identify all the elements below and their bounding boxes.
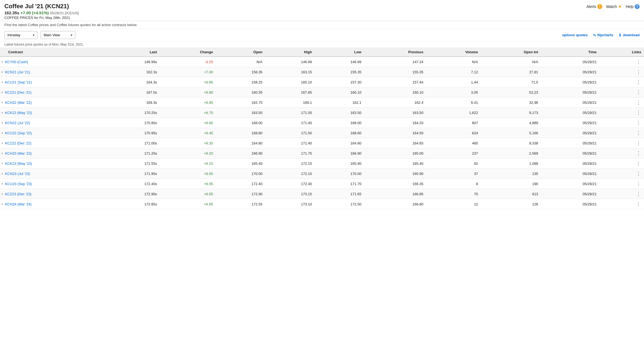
download-link[interactable]: ⇓ download [618, 33, 640, 38]
expand-button[interactable]: + [1, 171, 5, 176]
contract-link[interactable]: KCN22 (Jul '22) [5, 121, 30, 125]
links-menu-icon[interactable]: ⋮ [636, 130, 641, 136]
links-menu-icon[interactable]: ⋮ [636, 191, 641, 197]
col-contract: Contract [0, 48, 105, 57]
links-cell[interactable]: ⋮ [599, 179, 644, 189]
previous-value: 164.20 [364, 118, 426, 128]
links-cell[interactable]: ⋮ [599, 128, 644, 138]
contract-cell: + KCN21 (Jul '21) [0, 67, 105, 77]
expand-button[interactable]: + [1, 110, 5, 115]
expand-button[interactable]: + [1, 70, 5, 74]
links-menu-icon[interactable]: ⋮ [636, 181, 641, 186]
links-menu-icon[interactable]: ⋮ [636, 69, 641, 75]
expand-button[interactable]: + [1, 182, 5, 186]
open-int-value: 4,889 [481, 118, 541, 128]
links-menu-icon[interactable]: ⋮ [636, 59, 641, 65]
view-select[interactable]: Main View Technical View Performance [41, 31, 75, 39]
expand-button[interactable]: + [1, 60, 5, 64]
expand-button[interactable]: + [1, 141, 5, 145]
contract-link[interactable]: KCZ22 (Dec '22) [5, 141, 31, 145]
table-row: + KCN21 (Jul '21) 162.3s +7.00 156.35 16… [0, 67, 644, 77]
contract-link[interactable]: KCU21 (Sep '21) [5, 80, 32, 84]
links-cell[interactable]: ⋮ [599, 199, 644, 209]
expand-button[interactable]: + [1, 192, 5, 196]
open-value: 170.00 [216, 169, 265, 179]
contract-cell: + KCH23 (Mar '23) [0, 148, 105, 158]
time-value: 05/28/21 [541, 199, 599, 209]
links-cell[interactable]: ⋮ [599, 158, 644, 169]
contract-link[interactable]: KCK22 (May '22) [5, 111, 32, 115]
expand-button[interactable]: + [1, 131, 5, 135]
links-menu-icon[interactable]: ⋮ [636, 100, 641, 105]
last-value: 172.85s [105, 199, 160, 209]
interval-select[interactable]: Intraday Daily Weekly Monthly [4, 31, 37, 39]
expand-button[interactable]: + [1, 90, 5, 94]
expand-button[interactable]: + [1, 202, 5, 206]
contract-link[interactable]: KCH22 (Mar '22) [5, 101, 32, 105]
links-cell[interactable]: ⋮ [599, 138, 644, 148]
contract-cell: + KCZ21 (Dec '21) [0, 87, 105, 97]
last-value: 172.40s [105, 179, 160, 189]
links-menu-icon[interactable]: ⋮ [636, 140, 641, 146]
high-value: 172.10 [265, 169, 315, 179]
links-cell[interactable]: ⋮ [599, 77, 644, 87]
links-cell[interactable]: ⋮ [599, 57, 644, 67]
change-value: +6.20 [160, 148, 216, 158]
links-cell[interactable]: ⋮ [599, 118, 644, 128]
current-price: 162.35s [4, 10, 19, 15]
contract-link[interactable]: KCU22 (Sep '22) [5, 131, 32, 135]
expand-button[interactable]: + [1, 121, 5, 125]
contract-link[interactable]: KCY00 (Cash) [5, 60, 28, 64]
help-button[interactable]: Help ? [626, 4, 640, 9]
previous-value: 157.44 [364, 77, 426, 87]
links-menu-icon[interactable]: ⋮ [636, 201, 641, 207]
expand-button[interactable]: + [1, 100, 5, 105]
last-value: 169.3s [105, 97, 160, 108]
expand-button[interactable]: + [1, 161, 5, 166]
low-value: 171.65 [315, 189, 364, 199]
contract-link[interactable]: KCH23 (Mar '23) [5, 151, 32, 155]
contract-link[interactable]: KCU23 (Sep '23) [5, 182, 32, 186]
links-cell[interactable]: ⋮ [599, 148, 644, 158]
open-value: 165.40 [216, 158, 265, 169]
links-menu-icon[interactable]: ⋮ [636, 161, 641, 166]
help-label: Help [626, 4, 634, 9]
options-quotes-link[interactable]: options quotes [562, 33, 588, 37]
links-cell[interactable]: ⋮ [599, 87, 644, 97]
links-cell[interactable]: ⋮ [599, 169, 644, 179]
volume-value: 8 [426, 179, 481, 189]
contract-link[interactable]: KCN21 (Jul '21) [5, 70, 30, 74]
links-menu-icon[interactable]: ⋮ [636, 90, 641, 95]
volume-value: 70 [426, 189, 481, 199]
links-menu-icon[interactable]: ⋮ [636, 120, 641, 126]
change-value: +6.05 [160, 189, 216, 199]
volume-value: 12 [426, 199, 481, 209]
last-value: 162.3s [105, 67, 160, 77]
contract-link[interactable]: KCZ23 (Dec '23) [5, 192, 31, 196]
open-int-value: 1,088 [481, 158, 541, 169]
previous-value: 165.40 [364, 158, 426, 169]
links-cell[interactable]: ⋮ [599, 108, 644, 118]
links-menu-icon[interactable]: ⋮ [636, 151, 641, 156]
links-menu-icon[interactable]: ⋮ [636, 171, 641, 176]
alerts-button[interactable]: Alerts ! [586, 4, 602, 9]
contract-link[interactable]: KCZ21 (Dec '21) [5, 90, 31, 94]
watch-button[interactable]: Watch ★ [606, 4, 622, 9]
table-row: + KCH23 (Mar '23) 171.20s +6.20 166.90 1… [0, 148, 644, 158]
expand-button[interactable]: + [1, 151, 5, 155]
expand-button[interactable]: + [1, 80, 5, 84]
open-value: 156.35 [216, 67, 265, 77]
links-menu-icon[interactable]: ⋮ [636, 110, 641, 115]
contract-link[interactable]: KCH24 (Mar '24) [5, 202, 32, 206]
change-value: +6.90 [160, 97, 216, 108]
links-cell[interactable]: ⋮ [599, 189, 644, 199]
flipcharts-link[interactable]: ∿ flipcharts [593, 33, 614, 38]
contract-link[interactable]: KCK23 (May '23) [5, 161, 32, 166]
last-value: 171.55s [105, 158, 160, 169]
low-value: 166.90 [315, 148, 364, 158]
open-value: 168.00 [216, 118, 265, 128]
links-cell[interactable]: ⋮ [599, 67, 644, 77]
contract-link[interactable]: KCN23 (Jul '23) [5, 172, 30, 176]
links-cell[interactable]: ⋮ [599, 97, 644, 108]
links-menu-icon[interactable]: ⋮ [636, 79, 641, 85]
